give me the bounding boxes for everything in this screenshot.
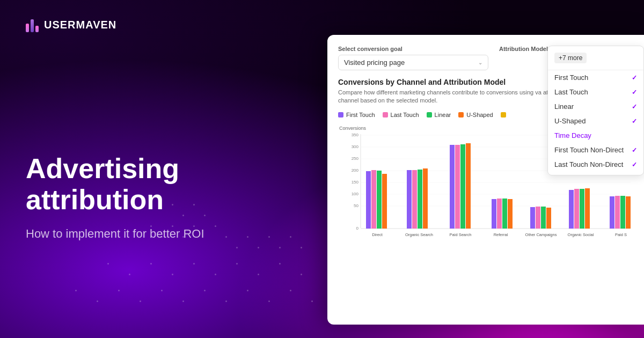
model-first-touch-check: ✓	[632, 74, 637, 82]
model-first-touch-nondirect[interactable]: First Touch Non-Direct ✓	[548, 143, 643, 157]
logo-text: USERMAVEN	[44, 19, 116, 31]
model-first-touch-nondirect-label: First Touch Non-Direct	[554, 146, 624, 154]
model-time-decay[interactable]: Time Decay	[548, 128, 643, 143]
model-last-touch-nondirect-label: Last Touch Non-Direct	[554, 160, 623, 168]
model-linear-label: Linear	[554, 102, 574, 111]
more-button[interactable]: +7 more	[554, 53, 587, 63]
model-last-touch-nondirect[interactable]: Last Touch Non-Direct ✓	[548, 157, 643, 172]
model-first-touch[interactable]: First Touch ✓	[548, 70, 643, 85]
model-u-shaped-label: U-Shaped	[554, 117, 586, 125]
model-linear-check: ✓	[632, 103, 637, 111]
model-last-touch-nondirect-check: ✓	[632, 161, 637, 168]
model-last-touch-label: Last Touch	[554, 88, 588, 96]
logo-area: USERMAVEN	[26, 17, 618, 32]
main-title: Advertising attribution	[26, 153, 305, 215]
model-first-touch-nondirect-check: ✓	[632, 146, 637, 154]
dropdown-header: +7 more	[548, 49, 643, 70]
logo-bar-2	[31, 19, 34, 32]
model-first-touch-label: First Touch	[554, 74, 588, 82]
logo-bar-3	[35, 26, 39, 32]
model-linear[interactable]: Linear ✓	[548, 99, 643, 114]
model-u-shaped-check: ✓	[632, 117, 637, 125]
model-time-decay-label: Time Decay	[554, 131, 591, 139]
subtitle: How to implement it for better ROI	[26, 226, 305, 243]
attribution-models-dropdown: +7 more First Touch ✓ Last Touch ✓ Linea…	[547, 46, 644, 175]
model-u-shaped[interactable]: U-Shaped ✓	[548, 114, 643, 128]
left-section: Advertising attribution How to implement…	[26, 64, 305, 321]
model-last-touch[interactable]: Last Touch ✓	[548, 85, 643, 99]
logo-icon	[26, 17, 39, 32]
logo-bar-1	[26, 24, 29, 32]
model-last-touch-check: ✓	[632, 89, 637, 96]
